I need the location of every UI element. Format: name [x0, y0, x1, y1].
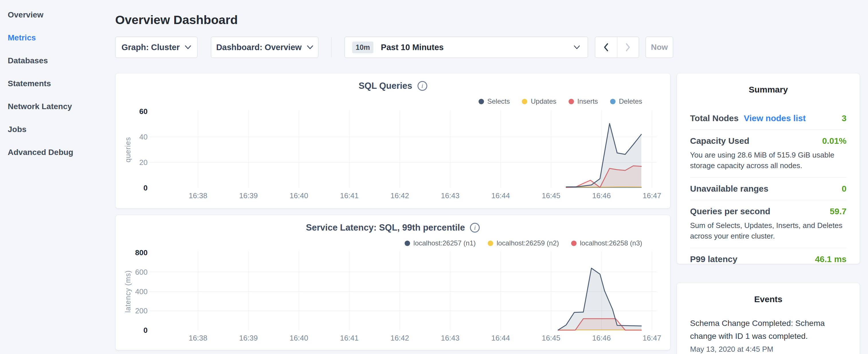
time-range-badge: 10m [352, 41, 373, 53]
summary-row-head: Unavailable ranges0 [690, 184, 846, 194]
view-nodes-list-link[interactable]: View nodes list [744, 114, 806, 123]
sidebar-item-databases[interactable]: Databases [8, 49, 105, 72]
svg-text:16:47: 16:47 [643, 191, 661, 200]
summary-metric-value: 59.7 [830, 206, 846, 216]
svg-text:16:42: 16:42 [390, 191, 409, 200]
svg-text:800: 800 [135, 248, 148, 257]
summary-row: P99 latency46.1 ms [690, 248, 846, 270]
graph-source-dropdown-label: Graph: Cluster [122, 43, 180, 52]
event-item[interactable]: Schema Change Completed: Schema change w… [690, 317, 846, 354]
summary-row-head: P99 latency46.1 ms [690, 254, 846, 264]
svg-text:16:45: 16:45 [541, 191, 560, 200]
toolbar-divider [331, 37, 332, 57]
time-range-selector[interactable]: 10m Past 10 Minutes [344, 37, 588, 58]
dashboard-dropdown-label: Dashboard: Overview [216, 43, 302, 52]
time-range-label: Past 10 Minutes [381, 43, 443, 52]
svg-text:40: 40 [139, 133, 148, 141]
summary-panel: Summary Total NodesView nodes list3Capac… [677, 73, 860, 264]
next-range-button[interactable] [617, 37, 639, 58]
svg-text:16:47: 16:47 [643, 334, 661, 342]
dashboard-dropdown[interactable]: Dashboard: Overview [211, 37, 318, 58]
svg-text:16:38: 16:38 [189, 334, 207, 342]
events-panel: Events Schema Change Completed: Schema c… [677, 283, 860, 354]
graph-source-dropdown[interactable]: Graph: Cluster [115, 37, 197, 58]
summary-metric-value: 0.01% [822, 136, 846, 146]
sidebar-item-overview[interactable]: Overview [8, 3, 105, 26]
time-step-buttons [595, 37, 639, 58]
svg-text:16:46: 16:46 [592, 334, 611, 342]
chevron-left-icon [603, 42, 609, 52]
svg-text:16:40: 16:40 [289, 334, 308, 342]
svg-text:16:38: 16:38 [189, 191, 207, 200]
svg-text:600: 600 [135, 268, 148, 277]
chevron-right-icon [625, 42, 631, 52]
page-title: Overview Dashboard [115, 13, 238, 27]
summary-row-head: Capacity Used0.01% [690, 136, 846, 146]
svg-text:16:44: 16:44 [491, 334, 510, 342]
event-text: Schema Change Completed: Schema change w… [690, 317, 846, 343]
sidebar-item-metrics[interactable]: Metrics [8, 26, 105, 49]
summary-metric-label: Queries per second [690, 206, 770, 216]
summary-metric-value: 3 [842, 114, 846, 123]
summary-row: Capacity Used0.01%You are using 28.6 MiB… [690, 130, 846, 178]
svg-text:16:41: 16:41 [340, 334, 359, 342]
sql-queries-plot: 16:3816:3916:4016:4116:4216:4316:4416:45… [116, 73, 671, 209]
svg-text:0: 0 [144, 184, 148, 192]
summary-metric-value: 0 [842, 184, 846, 194]
svg-text:16:43: 16:43 [441, 334, 459, 342]
summary-row: Unavailable ranges0 [690, 178, 846, 200]
previous-range-button[interactable] [595, 37, 617, 58]
summary-metric-label: Unavailable ranges [690, 184, 768, 194]
summary-row-head: Total NodesView nodes list3 [690, 114, 846, 123]
service-latency-chart-card: Service Latency: SQL, 99th percentile i … [115, 215, 671, 350]
sql-queries-chart-card: SQL Queries i SelectsUpdatesInsertsDelet… [115, 73, 671, 208]
sidebar-item-statements[interactable]: Statements [8, 72, 105, 95]
svg-text:16:42: 16:42 [390, 334, 409, 342]
sidebar-item-network-latency[interactable]: Network Latency [8, 95, 105, 118]
svg-text:16:46: 16:46 [592, 191, 611, 200]
chevron-down-icon [307, 45, 313, 50]
sidebar-item-jobs[interactable]: Jobs [8, 118, 105, 141]
sidebar-item-advanced-debug[interactable]: Advanced Debug [8, 141, 105, 164]
now-button[interactable]: Now [646, 37, 673, 58]
event-timestamp: May 13, 2020 at 4:45 PM [690, 345, 846, 354]
chevron-down-icon [185, 45, 191, 50]
svg-text:queries: queries [124, 137, 132, 162]
svg-text:16:45: 16:45 [541, 334, 560, 342]
summary-metric-description: You are using 28.6 MiB of 515.9 GiB usab… [690, 150, 846, 171]
summary-row: Queries per second59.7Sum of Selects, Up… [690, 200, 846, 248]
svg-text:20: 20 [139, 158, 148, 167]
events-title: Events [677, 294, 860, 304]
summary-rows: Total NodesView nodes list3Capacity Used… [677, 107, 860, 270]
summary-title: Summary [677, 85, 860, 95]
summary-row-head: Queries per second59.7 [690, 206, 846, 216]
summary-metric-description: Sum of Selects, Updates, Inserts, and De… [690, 220, 846, 242]
svg-text:16:39: 16:39 [239, 334, 258, 342]
svg-text:200: 200 [135, 307, 148, 315]
summary-row: Total NodesView nodes list3 [690, 107, 846, 130]
summary-metric-label: Capacity Used [690, 136, 749, 146]
svg-text:0: 0 [144, 326, 148, 334]
sidebar: OverviewMetricsDatabasesStatementsNetwor… [8, 3, 105, 164]
summary-metric-value: 46.1 ms [815, 254, 846, 264]
svg-text:400: 400 [135, 287, 148, 296]
svg-text:16:43: 16:43 [441, 191, 459, 200]
summary-metric-label: P99 latency [690, 254, 737, 264]
svg-text:16:39: 16:39 [239, 191, 258, 200]
chevron-down-icon [574, 45, 580, 50]
svg-text:16:44: 16:44 [491, 191, 510, 200]
summary-metric-label: Total Nodes [690, 114, 739, 123]
svg-text:60: 60 [139, 107, 148, 116]
svg-text:16:40: 16:40 [289, 191, 308, 200]
events-list: Schema Change Completed: Schema change w… [677, 317, 860, 354]
service-latency-plot: 16:3816:3916:4016:4116:4216:4316:4416:45… [116, 215, 671, 351]
svg-text:latency (ms): latency (ms) [124, 270, 132, 313]
svg-text:16:41: 16:41 [340, 191, 359, 200]
